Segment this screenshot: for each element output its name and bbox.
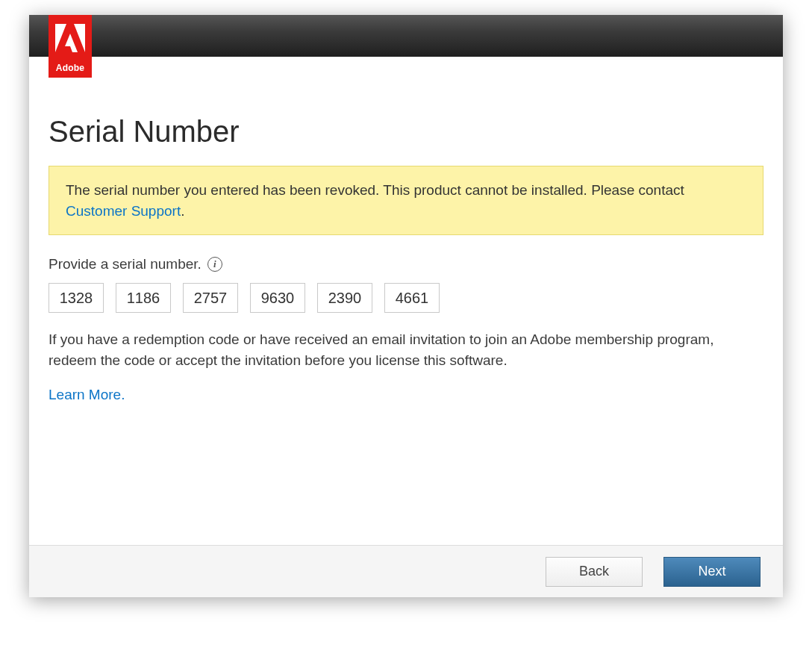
serial-fields [49,283,763,313]
serial-field-3[interactable] [183,283,238,313]
alert-text-1: The serial number you entered has been r… [66,182,684,198]
redeem-instructions: If you have a redemption code or have re… [49,329,763,370]
info-icon[interactable]: i [207,257,222,272]
serial-field-2[interactable] [116,283,171,313]
alert-revoked: The serial number you entered has been r… [49,166,763,235]
content-area: Serial Number The serial number you ente… [29,57,783,545]
next-button[interactable]: Next [663,557,761,587]
serial-field-5[interactable] [317,283,372,313]
learn-more-link[interactable]: Learn More. [49,387,125,403]
adobe-logo: Adobe [49,15,92,78]
serial-field-4[interactable] [250,283,305,313]
serial-prompt-text: Provide a serial number. [49,256,202,272]
page-title: Serial Number [49,115,763,148]
alert-text-2: . [181,203,184,219]
adobe-a-icon [54,22,87,55]
installer-window: Adobe Serial Number The serial number yo… [29,15,783,597]
serial-field-1[interactable] [49,283,104,313]
titlebar: Adobe [29,15,783,57]
serial-prompt-row: Provide a serial number. i [49,256,763,272]
customer-support-link[interactable]: Customer Support [66,203,181,219]
serial-field-6[interactable] [384,283,440,313]
adobe-logo-text: Adobe [56,63,84,73]
back-button[interactable]: Back [546,557,643,587]
footer-bar: Back Next [29,545,783,597]
